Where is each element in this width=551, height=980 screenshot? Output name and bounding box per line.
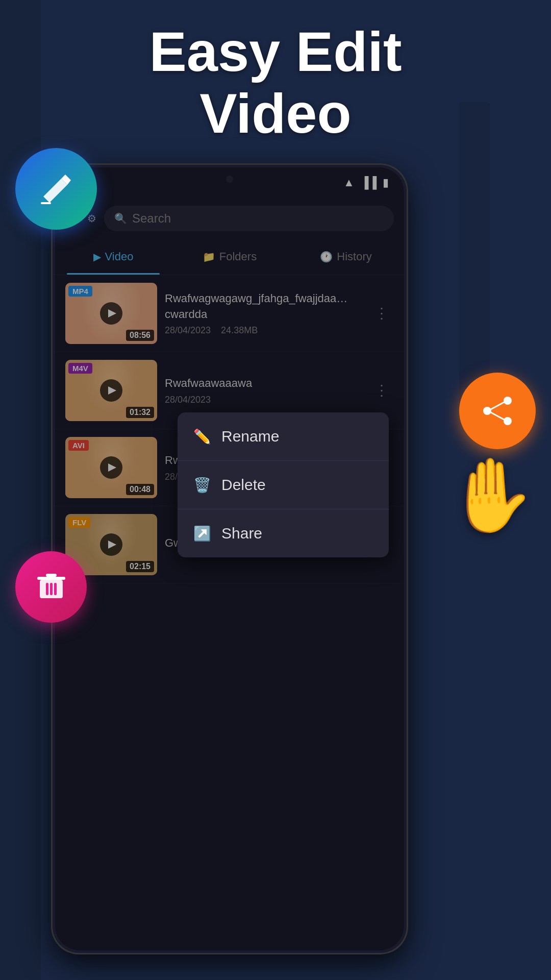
context-menu-share[interactable]: ↗️ Share <box>178 509 389 557</box>
hero-section: Easy Edit Video <box>0 20 551 144</box>
svg-rect-2 <box>46 583 48 595</box>
context-menu-delete[interactable]: 🗑️ Delete <box>178 461 389 509</box>
context-menu: ✏️ Rename 🗑️ Delete ↗️ Share <box>178 412 389 557</box>
svg-point-7 <box>504 397 512 405</box>
film-strip-right <box>459 102 490 408</box>
app-content: ⚙ 🔍 Search ▶ Video 📁 Folders 🕐 H <box>55 198 404 950</box>
svg-rect-5 <box>37 577 65 580</box>
hero-title: Easy Edit Video <box>0 20 551 144</box>
share-icon-menu: ↗️ <box>193 525 211 542</box>
hand-pointer: 🤚 <box>439 444 541 546</box>
context-menu-overlay <box>55 198 404 950</box>
svg-rect-6 <box>46 574 57 577</box>
rename-label: Rename <box>221 428 279 445</box>
pencil-icon <box>36 168 77 209</box>
svg-point-9 <box>483 407 491 415</box>
rename-icon: ✏️ <box>193 428 211 445</box>
phone-frame: ▲ ▐▐ ▮ ⚙ 🔍 Search <box>51 163 408 954</box>
share-icon <box>480 393 515 429</box>
svg-rect-3 <box>50 583 53 595</box>
delete-icon: 🗑️ <box>193 477 211 494</box>
svg-point-8 <box>504 417 512 425</box>
svg-line-10 <box>491 402 504 409</box>
share-label: Share <box>221 525 262 542</box>
delete-label: Delete <box>221 476 266 494</box>
trash-icon <box>35 571 68 604</box>
edit-icon-circle[interactable] <box>15 148 97 230</box>
svg-rect-4 <box>54 583 57 595</box>
delete-icon-circle[interactable] <box>15 551 87 623</box>
svg-line-11 <box>491 412 504 420</box>
context-menu-rename[interactable]: ✏️ Rename <box>178 412 389 461</box>
phone-screen: ▲ ▐▐ ▮ ⚙ 🔍 Search <box>55 167 404 950</box>
film-strip-left <box>0 0 41 980</box>
share-button-circle[interactable] <box>459 373 536 449</box>
